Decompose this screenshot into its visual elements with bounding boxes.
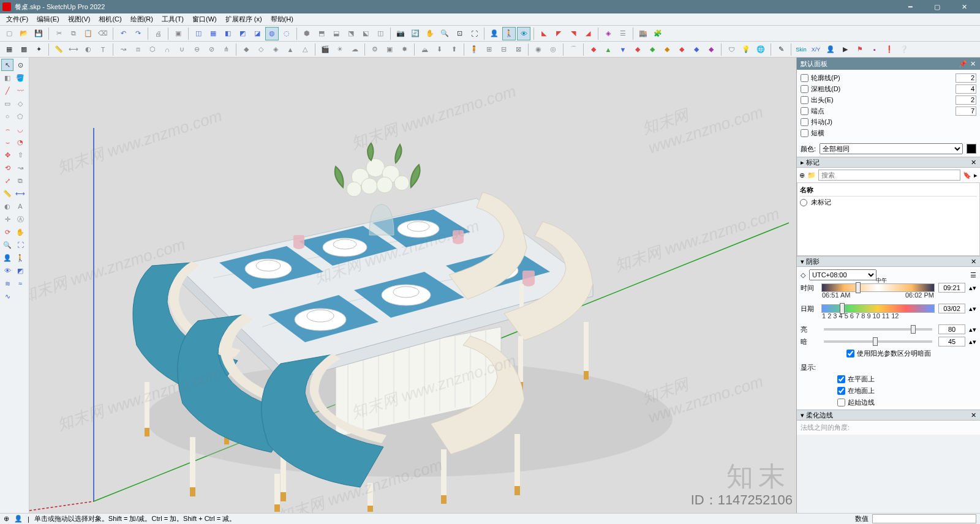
tag-item[interactable]: 未标记 <box>800 196 977 208</box>
endpoints-checkbox[interactable] <box>801 107 809 115</box>
endpoints-value[interactable] <box>956 107 976 116</box>
zoom-icon[interactable]: 🔍 <box>438 27 451 40</box>
scene-icon[interactable]: 🎬 <box>318 43 332 56</box>
drape-icon[interactable]: ⬇ <box>432 43 446 56</box>
section-tool-icon[interactable]: ◩ <box>14 264 26 277</box>
layers-icon[interactable]: ◈ <box>601 27 615 40</box>
close-soften-icon[interactable]: ✕ <box>971 411 976 419</box>
line-tool-icon[interactable]: ╱ <box>1 84 13 97</box>
close-tags-icon[interactable]: ✕ <box>971 159 976 167</box>
profiles-checkbox[interactable] <box>801 74 809 82</box>
erase-icon[interactable]: ⌫ <box>96 27 110 40</box>
lookaround-tool-icon[interactable]: 👁 <box>1 264 13 277</box>
protractor-tool-icon[interactable]: ◐ <box>1 200 13 212</box>
trim-icon[interactable]: ⊘ <box>205 43 218 56</box>
square-icon[interactable]: ▪ <box>868 43 881 56</box>
blue-diamond-icon[interactable]: ◆ <box>690 43 703 56</box>
print-icon[interactable]: 🖨 <box>151 27 165 40</box>
tag-more-icon[interactable]: ▸ <box>974 171 978 179</box>
copy-icon[interactable]: ⧉ <box>67 27 80 40</box>
dark-stepper-icon[interactable]: ▴▾ <box>969 338 976 346</box>
circle-tool-icon[interactable]: ○ <box>1 110 13 122</box>
play-icon[interactable]: ▶ <box>839 43 852 56</box>
axes-tool-icon[interactable]: ✛ <box>1 213 13 225</box>
solid-icon-1[interactable]: ◆ <box>239 43 253 56</box>
save-icon[interactable]: 💾 <box>32 27 45 40</box>
arc-tool-icon[interactable]: ⌢ <box>1 123 13 135</box>
sandbox-tool-2-icon[interactable]: ≈ <box>14 277 26 290</box>
look-around-icon[interactable]: 👁 <box>517 27 530 40</box>
split-icon[interactable]: ⋔ <box>219 43 233 56</box>
warehouse-icon[interactable]: 🏬 <box>636 27 650 40</box>
red-diamond-icon[interactable]: ◆ <box>587 43 600 56</box>
shadow-settings-icon[interactable]: ☰ <box>970 271 976 279</box>
stamp-icon[interactable]: ⬆ <box>447 43 461 56</box>
menu-window[interactable]: 窗口(W) <box>189 13 221 25</box>
rotated-rect-tool-icon[interactable]: ◇ <box>14 97 26 110</box>
visibility-icon[interactable] <box>800 199 807 206</box>
open-icon[interactable]: 📂 <box>17 27 31 40</box>
rotate-tool-icon[interactable]: ⟲ <box>1 162 13 174</box>
offset-icon[interactable]: ⧈ <box>131 43 145 56</box>
undo-icon[interactable]: ↶ <box>116 27 130 40</box>
blue-down-icon[interactable]: ▼ <box>616 43 630 56</box>
use-sun-checkbox[interactable] <box>846 350 854 357</box>
bulb-icon[interactable]: 💡 <box>739 43 753 56</box>
menu-camera[interactable]: 相机(C) <box>95 13 125 25</box>
tag-search-input[interactable] <box>818 170 960 181</box>
tape-tool-icon[interactable]: 📏 <box>1 187 13 200</box>
explode-icon[interactable]: ✸ <box>398 43 411 56</box>
camera-icon[interactable]: 📷 <box>394 27 407 40</box>
fog-icon[interactable]: ☁ <box>348 43 361 56</box>
zoom-tool-icon[interactable]: 🔍 <box>1 239 13 251</box>
timezone-select[interactable]: UTC+08:00 <box>809 269 876 280</box>
red-diamond-3-icon[interactable]: ◆ <box>675 43 688 56</box>
date-value[interactable] <box>938 304 965 313</box>
dark-slider[interactable] <box>824 340 932 343</box>
hidden-line-icon[interactable]: ▦ <box>206 27 220 40</box>
cut-icon[interactable]: ✂ <box>52 27 66 40</box>
solid-icon-5[interactable]: △ <box>298 43 312 56</box>
pencil-icon[interactable]: ✎ <box>774 43 788 56</box>
position-camera-icon[interactable]: 👤 <box>488 27 501 40</box>
menu-help[interactable]: 帮助(H) <box>267 13 297 25</box>
followme-tool-icon[interactable]: ↝ <box>14 162 26 174</box>
pushpull-tool-icon[interactable]: ⇧ <box>14 149 26 161</box>
pie-tool-icon[interactable]: ◔ <box>14 136 26 148</box>
geo-icon[interactable]: ⊕ <box>4 515 9 523</box>
walk-icon[interactable]: 🚶 <box>502 27 516 40</box>
depth-cue-checkbox[interactable] <box>801 85 809 93</box>
shadows-header[interactable]: ▾ 阴影 ✕ <box>797 256 980 267</box>
menu-draw[interactable]: 绘图(R) <box>127 13 157 25</box>
jitter-checkbox[interactable] <box>801 118 809 126</box>
2pt-arc-tool-icon[interactable]: ◡ <box>14 123 26 135</box>
solid-icon-3[interactable]: ◈ <box>269 43 282 56</box>
grid-icon-3[interactable]: ⊠ <box>511 43 525 56</box>
from-edges-checkbox[interactable] <box>837 399 845 406</box>
redo-icon[interactable]: ↷ <box>131 27 145 40</box>
front-icon[interactable]: ⬓ <box>330 27 343 40</box>
green-up-icon[interactable]: ▲ <box>601 43 615 56</box>
skin-icon[interactable]: Skin <box>794 43 808 56</box>
outliner-icon[interactable]: ☰ <box>616 27 630 40</box>
section-plane-icon[interactable]: ▩ <box>17 43 31 56</box>
component-icon[interactable]: ⚙ <box>368 43 382 56</box>
folder-icon[interactable]: 📁 <box>807 171 816 179</box>
add-tag-icon[interactable]: ⊕ <box>799 171 805 179</box>
shaded-textures-icon[interactable]: ◩ <box>236 27 249 40</box>
eraser-tool-icon[interactable]: ◧ <box>1 72 13 84</box>
extension-warehouse-icon[interactable]: 🧩 <box>651 27 665 40</box>
soften-header[interactable]: ▾ 柔化边线 ✕ <box>797 410 980 421</box>
3dtext-tool-icon[interactable]: Ⓐ <box>14 213 26 225</box>
depth-cue-value[interactable] <box>956 84 976 94</box>
measurement-input[interactable] <box>872 514 976 523</box>
move-tool-icon[interactable]: ✥ <box>1 149 13 161</box>
exclaim-icon[interactable]: ❗ <box>883 43 896 56</box>
union-icon[interactable]: ∪ <box>175 43 189 56</box>
red-diamond-2-icon[interactable]: ◆ <box>631 43 644 56</box>
new-icon[interactable]: ▢ <box>2 27 16 40</box>
sandbox-tool-3-icon[interactable]: ∿ <box>1 290 13 302</box>
axes-icon[interactable]: ✦ <box>32 43 45 56</box>
time-value[interactable] <box>938 283 965 293</box>
on-faces-checkbox[interactable] <box>837 375 845 383</box>
